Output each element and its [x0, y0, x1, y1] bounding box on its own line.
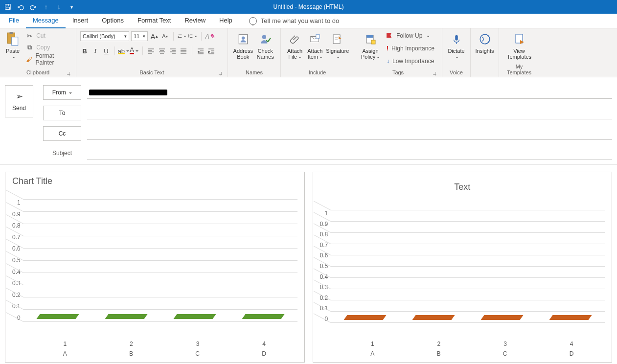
subject-field[interactable] [87, 147, 612, 159]
check-names-icon [257, 31, 273, 47]
underline-button[interactable]: U [102, 46, 111, 55]
group-label-templates: My Templates [507, 64, 531, 75]
group-label-clipboard: Clipboard [26, 69, 49, 75]
clear-formatting-button[interactable]: A✎ [206, 32, 214, 41]
tab-help[interactable]: Help [212, 14, 239, 28]
bullets-button[interactable] [178, 32, 186, 41]
dictate-button[interactable]: Dictate [446, 30, 466, 60]
from-field[interactable] [87, 86, 612, 99]
chart-2[interactable]: Text 10.90.80.70.60.50.40.30.20.10 [313, 172, 613, 363]
svg-rect-1 [6, 4, 9, 6]
grow-font-button[interactable]: A▴ [150, 32, 159, 41]
cc-field[interactable] [87, 127, 612, 140]
assign-policy-icon [363, 31, 378, 47]
copy-icon: ⧉ [25, 44, 33, 51]
svg-text:3: 3 [188, 37, 189, 39]
tab-message[interactable]: Message [26, 14, 66, 28]
svg-rect-5 [12, 37, 18, 46]
tab-options[interactable]: Options [95, 14, 131, 28]
chart-1-bar-4 [242, 314, 284, 319]
address-book-button[interactable]: Address Book [232, 30, 254, 60]
font-size-select[interactable]: 11▾ [131, 31, 148, 41]
dialog-launcher-icon[interactable] [433, 72, 436, 75]
font-name-select[interactable]: Calibri (Body)▾ [80, 31, 129, 41]
font-color-button[interactable]: A [130, 46, 138, 55]
message-body[interactable]: Chart Title 10.90.80.70.60.50.40.30.20.1… [0, 165, 617, 364]
flag-icon [387, 32, 393, 39]
chart-1[interactable]: Chart Title 10.90.80.70.60.50.40.30.20.1… [5, 172, 305, 363]
address-book-l2: Book [237, 54, 249, 60]
copy-label: Copy [36, 44, 50, 51]
highlight-icon: ab [118, 47, 125, 54]
highlight-button[interactable]: ab [119, 46, 128, 55]
svg-rect-54 [371, 40, 375, 44]
group-include: Attach File Attach Item Signature Includ… [281, 28, 354, 77]
svg-rect-55 [455, 35, 458, 41]
justify-button[interactable] [179, 46, 188, 55]
svg-rect-2 [6, 7, 10, 9]
format-painter-label: Format Painter [35, 52, 70, 66]
cc-button[interactable]: Cc [43, 126, 81, 141]
paste-label: Paste [6, 48, 20, 54]
follow-up-button[interactable]: Follow Up [385, 30, 436, 41]
group-label-names: Names [246, 69, 263, 75]
tab-review[interactable]: Review [178, 14, 212, 28]
align-left-button[interactable] [147, 46, 156, 55]
next-item-icon: ↓ [54, 2, 64, 12]
copy-button[interactable]: ⧉ Copy [23, 42, 72, 53]
tell-me-search[interactable]: Tell me what you want to do [249, 17, 339, 25]
redo-icon[interactable] [28, 2, 38, 12]
low-importance-button[interactable]: ↓ Low Importance [385, 56, 436, 67]
format-painter-button[interactable]: 🖌 Format Painter [23, 54, 72, 65]
cut-button[interactable]: ✂ Cut [23, 30, 72, 41]
group-label-insights [484, 69, 485, 75]
chart-2-plot [331, 210, 605, 322]
chart-2-bar-2 [412, 315, 455, 320]
to-button[interactable]: To [43, 106, 81, 120]
tell-me-placeholder: Tell me what you want to do [261, 17, 339, 24]
to-field[interactable] [87, 107, 612, 119]
undo-icon[interactable] [16, 2, 25, 12]
insights-icon [477, 31, 493, 47]
send-button[interactable]: ➢ Send [5, 85, 33, 117]
tab-format-text[interactable]: Format Text [131, 14, 178, 28]
chevron-down-icon [454, 54, 458, 60]
dialog-launcher-icon[interactable] [219, 72, 222, 75]
svg-rect-7 [179, 35, 182, 35]
view-templates-button[interactable]: View Templates [503, 30, 535, 60]
svg-rect-13 [190, 35, 192, 35]
decrease-indent-button[interactable] [196, 46, 205, 55]
save-icon[interactable] [3, 2, 13, 12]
dialog-launcher-icon[interactable] [67, 72, 70, 75]
chart-1-bar-2 [105, 314, 147, 319]
signature-button[interactable]: Signature [325, 30, 350, 60]
chevron-down-icon [425, 32, 430, 39]
align-center-button[interactable] [158, 46, 166, 55]
attach-item-button[interactable]: Attach Item [305, 30, 325, 60]
shrink-font-button[interactable]: A▾ [160, 32, 169, 41]
from-button[interactable]: From [43, 85, 81, 100]
svg-rect-17 [190, 37, 192, 38]
assign-policy-button[interactable]: Assign Policy [358, 30, 383, 67]
check-names-button[interactable]: Check Names [254, 30, 277, 60]
italic-button[interactable]: I [91, 46, 100, 55]
paperclip-icon [287, 31, 303, 47]
svg-point-8 [178, 36, 179, 36]
svg-marker-40 [208, 51, 210, 53]
tab-file[interactable]: File [2, 14, 26, 28]
align-right-button[interactable] [168, 46, 177, 55]
attach-item-icon [307, 31, 323, 47]
insights-button[interactable]: Insights [475, 30, 495, 54]
attach-file-button[interactable]: Attach File [285, 30, 305, 60]
high-importance-button[interactable]: ! High Importance [385, 43, 436, 54]
lightbulb-icon [249, 17, 257, 25]
bold-button[interactable]: B [80, 46, 89, 55]
high-importance-icon: ! [387, 45, 388, 52]
increase-indent-button[interactable] [207, 46, 216, 55]
qat-customize-icon[interactable]: ▾ [67, 2, 76, 12]
numbering-button[interactable]: 123 [188, 32, 197, 41]
font-name-value: Calibri (Body) [83, 33, 115, 39]
paste-button[interactable]: Paste [4, 30, 22, 65]
tab-insert[interactable]: Insert [66, 14, 95, 28]
group-basic-text: Calibri (Body)▾ 11▾ A▴ A▾ 123 A✎ B I U a… [76, 28, 228, 77]
